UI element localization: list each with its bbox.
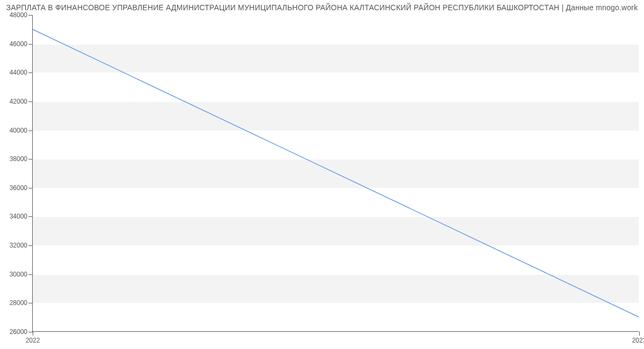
- y-tick: [28, 245, 33, 246]
- y-tick-label: 48000: [10, 11, 27, 19]
- y-tick: [28, 332, 33, 332]
- y-tick-label: 34000: [10, 213, 27, 220]
- y-tick-label: 36000: [10, 184, 27, 192]
- y-tick: [28, 216, 33, 217]
- series-line: [33, 30, 639, 317]
- y-tick-label: 46000: [10, 40, 27, 48]
- chart-container: ЗАРПЛАТА В ФИНАНСОВОЕ УПРАВЛЕНИЕ АДМИНИС…: [0, 0, 644, 349]
- y-tick-label: 26000: [10, 328, 27, 336]
- y-tick: [28, 101, 33, 102]
- x-tick-label: 2022: [26, 337, 40, 344]
- y-tick-label: 44000: [10, 69, 27, 76]
- x-tick: [33, 331, 33, 336]
- grid-line: [33, 332, 639, 332]
- y-tick: [28, 72, 33, 73]
- y-tick-label: 40000: [10, 127, 27, 134]
- y-tick-label: 42000: [10, 98, 27, 105]
- y-tick-label: 38000: [10, 155, 27, 163]
- y-tick-label: 30000: [10, 271, 27, 278]
- y-tick: [28, 15, 33, 16]
- y-tick-label: 32000: [10, 242, 27, 249]
- y-tick: [28, 303, 33, 303]
- x-tick: [639, 331, 640, 336]
- chart-title: ЗАРПЛАТА В ФИНАНСОВОЕ УПРАВЛЕНИЕ АДМИНИС…: [0, 3, 644, 12]
- y-tick: [28, 130, 33, 131]
- y-tick: [28, 44, 33, 45]
- y-tick: [28, 159, 33, 159]
- x-tick-label: 2023: [632, 337, 644, 344]
- y-tick-label: 28000: [10, 299, 27, 307]
- y-tick: [28, 188, 33, 188]
- y-tick: [28, 274, 33, 275]
- plot-area: 2600028000300003200034000360003800040000…: [32, 15, 639, 332]
- chart-svg: [33, 15, 639, 331]
